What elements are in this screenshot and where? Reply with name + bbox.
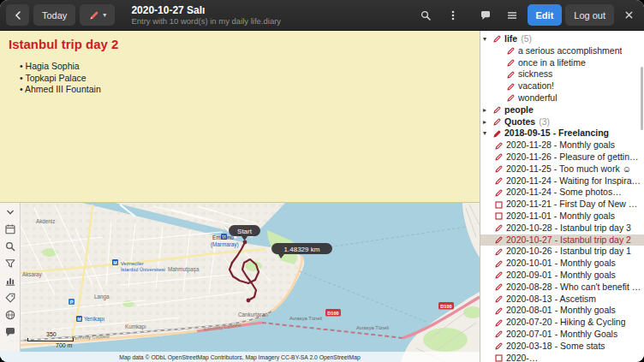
speech-bubble-icon (480, 9, 492, 21)
collapse-button[interactable] (2, 204, 19, 220)
svg-text:Yenikapı: Yenikapı (84, 316, 104, 323)
pencil-icon (88, 9, 100, 21)
tag-label: people (504, 104, 534, 116)
tag-count: (3) (539, 116, 550, 128)
tag-button[interactable] (2, 289, 19, 306)
hamburger-menu-button[interactable] (501, 4, 524, 26)
diary-entry-row[interactable]: 2020-11-24 - Waiting for Inspiration… (480, 175, 644, 187)
diary-entry-row[interactable]: 2020-11-25 - Too much work ☺ (480, 163, 644, 175)
tag-label: life (504, 33, 517, 45)
chapter-row[interactable]: ▾2018-09-15 - Freelancing (480, 128, 644, 139)
chat-button[interactable] (474, 4, 498, 26)
filter-button[interactable] (2, 255, 19, 271)
diary-entry-row[interactable]: 2020-08-01 - Monthly goals (480, 305, 644, 317)
todo-square-icon (494, 353, 504, 362)
title-block: 2020-10-27 Salı Entry with 10 word(s) in… (131, 4, 281, 26)
globe-button[interactable] (2, 306, 19, 323)
diary-entry-label: 2020-10-26 - Istanbul trip day 1 (506, 246, 631, 258)
pencil-icon (506, 82, 516, 92)
entry-editor[interactable]: Istanbul trip day 2 Hagia SophiaTopkapi … (0, 31, 480, 203)
sidebar-scrollbar[interactable] (641, 67, 643, 130)
diary-entry-row[interactable]: 2020-… (480, 353, 644, 362)
svg-text:Langa: Langa (94, 294, 110, 300)
map-view[interactable]: M M M P Akdeniz Aksaray Mahmutpaşa Langa… (0, 203, 480, 362)
attribution-text: Map data © ODbL OpenStreetMap Contributo… (119, 354, 360, 360)
back-button[interactable] (6, 4, 29, 26)
svg-text:İstanbul Üniversitesi: İstanbul Üniversitesi (121, 267, 165, 272)
menu-button[interactable] (442, 4, 465, 26)
tag-child-row[interactable]: a serious accomplishment (480, 45, 644, 57)
tag-child-row[interactable]: wonderful (480, 92, 644, 104)
diary-entry-row[interactable]: 2020-10-26 - Istanbul trip day 1 (480, 246, 644, 258)
tag-row[interactable]: ▸Quotes(3) (480, 116, 644, 128)
tag-child-row[interactable]: sickness (480, 68, 644, 80)
expander-icon[interactable]: ▾ (483, 128, 492, 139)
comment-button[interactable] (2, 323, 19, 340)
svg-text:Vezneciler: Vezneciler (121, 261, 144, 266)
diary-entry-row[interactable]: 2020-10-01 - Monthly goals (480, 258, 644, 270)
tag-child-row[interactable]: once in a lifetime (480, 57, 644, 69)
diary-entry-label: 2020-08-28 - Who can't benefit from … (506, 282, 642, 294)
svg-text:Avrasya Tüneli: Avrasya Tüneli (289, 316, 322, 321)
diary-entry-row[interactable]: 2020-07-01 - Monthly Goals (480, 329, 644, 341)
chart-button[interactable] (2, 272, 19, 288)
edit-button[interactable]: Edit (528, 4, 563, 26)
diary-entry-label: 2020-10-27 - Istanbul trip day 2 (506, 234, 631, 246)
track-end-node (247, 299, 251, 303)
diary-entry-label: 2020-11-25 - Too much work ☺ (506, 163, 631, 175)
diary-entry-row[interactable]: 2020-08-13 - Ascetism (480, 294, 644, 306)
svg-text:Avrasya Tüneli: Avrasya Tüneli (356, 325, 389, 330)
window-title: 2020-10-27 Salı (131, 4, 281, 16)
search-icon (420, 9, 432, 21)
expander-icon[interactable]: ▸ (483, 116, 492, 128)
diary-entry-label: 2020-… (506, 353, 538, 362)
pencil-icon (494, 341, 504, 351)
diary-entry-row[interactable]: 2020-11-26 - Pleasure of getting exac… (480, 151, 644, 163)
expander-icon[interactable]: ▾ (483, 33, 492, 45)
pencil-icon (494, 223, 504, 233)
diary-entry-row[interactable]: 2020-09-01 - Monthly goals (480, 270, 644, 282)
comment-icon (4, 326, 16, 338)
diary-entry-row[interactable]: 2020-03-18 - Some stats (480, 341, 644, 353)
pencil-icon (492, 129, 502, 139)
search-button[interactable] (414, 4, 438, 26)
diary-entry-row[interactable]: 2020-10-28 - Istanbul trip day 3 (480, 223, 644, 234)
pencil-icon (506, 70, 516, 80)
pencil-icon (494, 329, 504, 339)
calendar-button[interactable] (2, 221, 19, 237)
tag-child-label: once in a lifetime (518, 57, 586, 69)
tag-child-label: a serious accomplishment (518, 45, 622, 57)
svg-text:(Marmaray): (Marmaray) (211, 241, 239, 248)
diary-entry-row[interactable]: 2020-08-28 - Who can't benefit from … (480, 282, 644, 294)
pencil-icon (494, 318, 504, 328)
app-window: Today ▾ 2020-10-27 Salı Entry with 10 wo… (0, 0, 644, 362)
svg-text:D100: D100 (327, 311, 338, 316)
diary-entry-label: 2020-10-01 - Monthly goals (506, 258, 616, 270)
pencil-icon (494, 306, 504, 316)
expander-icon[interactable]: ▸ (483, 104, 492, 116)
diary-entry-label: 2020-11-28 - Monthly goals (506, 139, 615, 151)
logout-button[interactable]: Log out (565, 4, 614, 26)
scale-bar (27, 338, 74, 341)
pencil-icon (506, 58, 516, 68)
diary-entry-row[interactable]: 2020-07-20 - Hiking & Cycling (480, 317, 644, 329)
today-button[interactable]: Today (33, 4, 75, 26)
diary-entry-row[interactable]: 2020-11-01 - Monthly goals (480, 211, 644, 223)
titlebar-right: Edit Log out (471, 0, 644, 30)
diary-entry-row[interactable]: 2020-11-21 - First Day of New Covid R… (480, 199, 644, 211)
svg-text:Cankurtaran: Cankurtaran (238, 312, 268, 317)
diary-entry-row[interactable]: 2020-11-28 - Monthly goals (480, 139, 644, 151)
track-start-node (243, 240, 247, 245)
close-icon (623, 9, 635, 21)
close-button[interactable] (617, 4, 641, 26)
entry-tag-menu-button[interactable]: ▾ (80, 4, 115, 26)
diary-entry-row[interactable]: 2020-10-27 - Istanbul trip day 2 (480, 234, 644, 246)
diary-entry-label: 2020-07-01 - Monthly Goals (506, 329, 617, 341)
tag-row[interactable]: ▸people (480, 104, 644, 116)
diary-entry-row[interactable]: 2020-11-24 - Some photos… (480, 187, 644, 199)
tag-child-row[interactable]: vacation! (480, 80, 644, 92)
content: Istanbul trip day 2 Hagia SophiaTopkapi … (0, 31, 644, 362)
diary-entry-label: 2020-11-24 - Some photos… (506, 187, 622, 199)
search-button[interactable] (2, 238, 19, 254)
tag-row[interactable]: ▾life(5) (480, 33, 644, 45)
